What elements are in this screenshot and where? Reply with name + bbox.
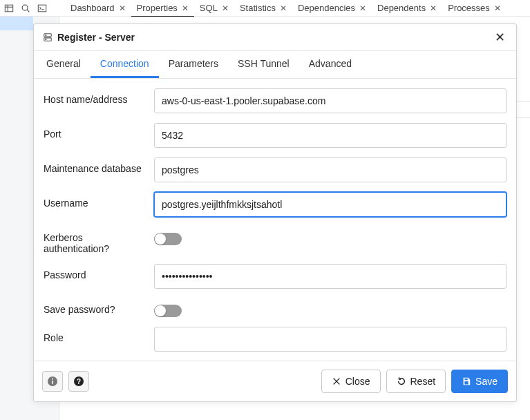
tab-label: Dashboard (70, 3, 115, 13)
info-button[interactable] (42, 371, 63, 392)
dialog-tab-general[interactable]: General (37, 51, 91, 78)
tab-sql[interactable]: SQL✕ (194, 0, 234, 17)
host-label: Host name/address (44, 88, 154, 105)
reset-button[interactable]: Reset (386, 370, 446, 393)
tab-label: Processes (448, 3, 490, 13)
main-tab-strip: Dashboard✕ Properties✕ SQL✕ Statistics✕ … (65, 0, 507, 17)
dialog-tab-parameters[interactable]: Parameters (159, 51, 228, 78)
tab-label: Properties (137, 3, 178, 13)
close-icon[interactable]: ✕ (494, 3, 501, 13)
svg-point-13 (52, 379, 53, 380)
close-icon[interactable]: ✕ (182, 3, 189, 13)
close-icon[interactable]: ✕ (430, 3, 437, 13)
dialog-footer: ? Close Reset Save (34, 361, 516, 401)
maintenance-db-label: Maintenance database (44, 158, 154, 174)
save-button[interactable]: Save (451, 370, 508, 393)
table-icon[interactable] (3, 2, 15, 15)
close-icon[interactable]: ✕ (222, 3, 229, 13)
port-input[interactable] (154, 123, 507, 148)
search-icon[interactable] (19, 2, 32, 15)
tab-dependencies[interactable]: Dependencies✕ (292, 0, 372, 17)
server-icon (42, 32, 53, 43)
svg-point-9 (46, 35, 46, 35)
help-button[interactable]: ? (68, 371, 89, 392)
save-button-label: Save (475, 376, 498, 387)
dialog-tab-connection[interactable]: Connection (91, 51, 159, 78)
close-button-label: Close (346, 376, 370, 387)
svg-rect-5 (38, 5, 46, 12)
dialog-tabs: General Connection Parameters SSH Tunnel… (34, 51, 516, 79)
terminal-icon[interactable] (36, 2, 48, 15)
connection-form: Host name/address Port Maintenance datab… (34, 79, 516, 361)
kerberos-toggle[interactable] (154, 233, 182, 245)
tab-label: Statistics (240, 3, 276, 13)
close-button[interactable]: Close (321, 370, 381, 393)
password-input[interactable] (154, 264, 507, 289)
save-password-toggle[interactable] (154, 305, 182, 317)
svg-line-4 (27, 10, 29, 12)
svg-rect-12 (52, 381, 53, 384)
svg-rect-0 (5, 5, 12, 12)
tree-selection[interactable] (0, 17, 33, 30)
username-label: Username (44, 192, 154, 209)
close-icon[interactable]: ✕ (280, 3, 287, 13)
dialog-tab-ssh-tunnel[interactable]: SSH Tunnel (228, 51, 299, 78)
tab-dependents[interactable]: Dependents✕ (372, 0, 442, 17)
reset-button-label: Reset (410, 376, 436, 387)
password-label: Password (44, 264, 154, 280)
maintenance-db-input[interactable] (154, 158, 507, 182)
svg-point-10 (46, 39, 46, 39)
tab-dashboard[interactable]: Dashboard✕ (65, 0, 131, 17)
svg-point-3 (22, 5, 28, 10)
host-input[interactable] (154, 88, 507, 113)
tab-properties[interactable]: Properties✕ (131, 0, 194, 17)
kerberos-label: Kerberos authentication? (44, 227, 154, 254)
dialog-tab-advanced[interactable]: Advanced (299, 51, 361, 78)
tab-processes[interactable]: Processes✕ (442, 0, 507, 17)
dialog-close-button[interactable]: ✕ (492, 30, 508, 45)
dialog-title: Register - Server (57, 32, 492, 43)
dialog-header: Register - Server ✕ (34, 24, 516, 51)
role-input[interactable] (154, 327, 507, 352)
port-label: Port (44, 123, 154, 140)
tab-statistics[interactable]: Statistics✕ (234, 0, 292, 17)
svg-text:?: ? (77, 378, 81, 385)
tab-label: Dependents (377, 3, 426, 13)
tab-label: Dependencies (298, 3, 355, 13)
close-icon[interactable]: ✕ (119, 3, 126, 13)
tab-label: SQL (200, 3, 218, 13)
register-server-dialog: Register - Server ✕ General Connection P… (33, 23, 517, 402)
role-label: Role (44, 327, 154, 343)
close-icon[interactable]: ✕ (359, 3, 366, 13)
save-password-label: Save password? (44, 298, 154, 315)
username-input[interactable] (154, 192, 507, 217)
